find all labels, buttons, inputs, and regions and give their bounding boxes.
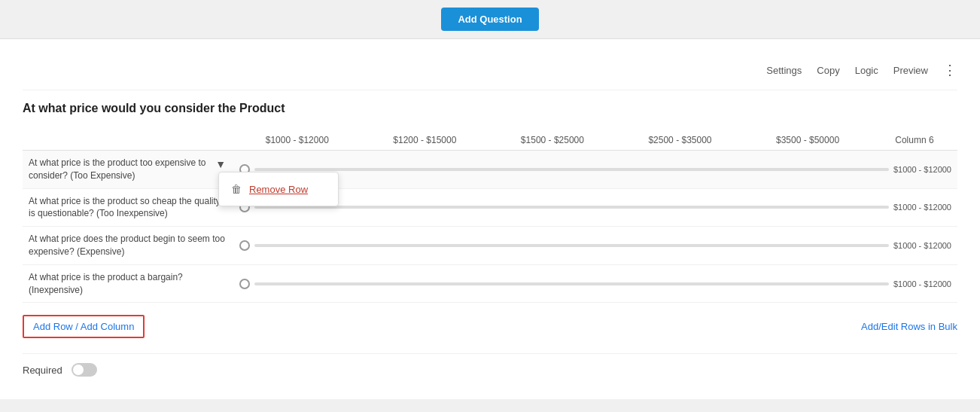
table-header-row: $1000 - $12000 $1200 - $15000 $1500 - $2…	[23, 130, 957, 151]
top-bar: Add Question	[0, 0, 980, 39]
col-header-1: $1000 - $12000	[233, 130, 361, 151]
row-label-cell: At what price is the product too expensi…	[23, 151, 233, 189]
col-header-5: $3500 - $50000	[744, 130, 872, 151]
table-row: At what price is the product a bargain? …	[23, 264, 957, 303]
row-3-label: At what price does the product begin to …	[29, 233, 225, 257]
row-label-cell: At what price does the product begin to …	[23, 227, 233, 265]
trash-icon: 🗑	[231, 183, 242, 195]
add-row-button[interactable]: Add Row / Add Column	[23, 315, 145, 338]
row-label-cell: At what price is the product a bargain? …	[23, 264, 233, 303]
row-1-dropdown-button[interactable]: ▼	[214, 158, 227, 170]
preview-button[interactable]: Preview	[893, 65, 928, 76]
table-row: At what price is the product so cheap th…	[23, 188, 957, 227]
required-label: Required	[23, 365, 62, 376]
question-title: At what price would you consider the Pro…	[23, 102, 957, 115]
slider-thumb[interactable]	[239, 240, 250, 251]
copy-button[interactable]: Copy	[817, 65, 839, 76]
remove-row-menu-item[interactable]: 🗑 Remove Row	[219, 175, 338, 203]
table-row: At what price is the product too expensi…	[23, 151, 957, 189]
col-header-2: $1200 - $15000	[361, 130, 489, 151]
row-2-slider-cell: $1000 - $12000	[233, 188, 957, 227]
slider-track	[254, 244, 889, 247]
question-table: $1000 - $12000 $1200 - $15000 $1500 - $2…	[23, 130, 957, 303]
col-header-4: $2500 - $35000	[616, 130, 744, 151]
col-header-3: $1500 - $25000	[488, 130, 616, 151]
footer-row: Add Row / Add Column Add/Edit Rows in Bu…	[23, 315, 957, 338]
slider-thumb[interactable]	[239, 279, 250, 289]
slider-value: $1000 - $12000	[893, 279, 951, 288]
table-row: At what price does the product begin to …	[23, 227, 957, 265]
col-header-6: Column 6	[872, 130, 957, 151]
context-menu: 🗑 Remove Row	[218, 172, 339, 206]
row-label-cell: At what price is the product so cheap th…	[23, 188, 233, 227]
more-options-icon[interactable]: ⋮	[943, 62, 957, 78]
row-4-label: At what price is the product a bargain? …	[29, 272, 183, 295]
settings-button[interactable]: Settings	[766, 65, 802, 76]
row-1-label: At what price is the product too expensi…	[29, 157, 209, 182]
main-card: Settings Copy Logic Preview ⋮ At what pr…	[0, 39, 980, 399]
required-toggle[interactable]	[72, 363, 97, 377]
toolbar: Settings Copy Logic Preview ⋮	[23, 54, 957, 90]
row-4-slider-cell: $1000 - $12000	[233, 264, 957, 303]
row-2-label: At what price is the product so cheap th…	[29, 195, 227, 221]
slider-value: $1000 - $12000	[893, 241, 951, 250]
col-header-label	[23, 130, 233, 151]
logic-button[interactable]: Logic	[855, 65, 878, 76]
slider-value: $1000 - $12000	[893, 165, 951, 174]
required-row: Required	[23, 353, 957, 377]
slider-value: $1000 - $12000	[893, 203, 951, 212]
add-bulk-button[interactable]: Add/Edit Rows in Bulk	[861, 321, 957, 332]
add-question-button[interactable]: Add Question	[441, 8, 538, 31]
slider-track	[254, 206, 889, 209]
row-3-slider-cell: $1000 - $12000	[233, 227, 957, 265]
remove-row-label: Remove Row	[249, 184, 308, 195]
toggle-thumb	[73, 365, 84, 375]
slider-track	[254, 168, 889, 171]
slider-track	[254, 282, 889, 285]
row-1-slider-cell: $1000 - $12000	[233, 151, 957, 189]
